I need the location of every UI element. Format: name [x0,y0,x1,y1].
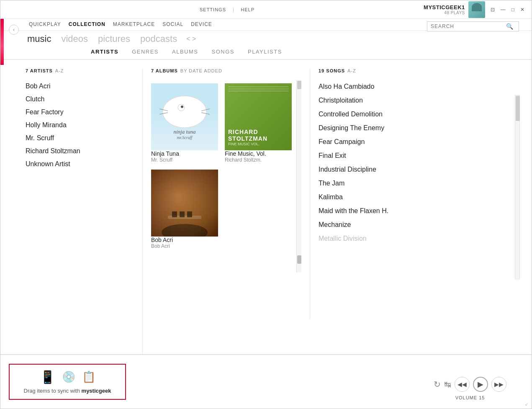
albums-scrollbar[interactable] [296,80,301,273]
player-buttons: ↻ ↹ ◀◀ ▶ ▶▶ [434,377,506,392]
artists-panel-header: 7 ARTISTS A-Z [26,68,134,73]
albums-scroll-thumb-top [297,81,301,89]
nav-quickplay[interactable]: QUICKPLAY [26,21,64,28]
artist-bob-acri[interactable]: Bob Acri [26,80,134,93]
shuffle-icon[interactable]: ↻ [434,379,441,389]
svg-rect-9 [172,211,177,217]
subtab-artists[interactable]: ARTISTS [84,47,125,57]
close-button[interactable]: ✕ [518,6,527,13]
maximize-button[interactable]: □ [509,6,517,13]
settings-link[interactable]: SETTINGS [200,7,226,12]
subtab-albums[interactable]: ALBUMS [165,47,205,57]
nav-collection[interactable]: COLLECTION [65,21,109,28]
volume-label: VOLUME 15 [455,395,485,400]
artists-sort: A-Z [55,68,64,73]
artist-clutch[interactable]: Clutch [26,93,134,106]
artist-fear-factory[interactable]: Fear Factory [26,106,134,119]
song-mechanize[interactable]: Mechanize [319,218,523,232]
artist-list: Bob Acri Clutch Fear Factory Holly Miran… [26,80,134,171]
album-ninja-tuna[interactable]: ninja tuna mr.Scruff Ninja Tuna Mr. Scru… [151,83,218,163]
brand-accent-bar [0,19,4,65]
artists-panel: 7 ARTISTS A-Z Bob Acri Clutch Fear Facto… [0,68,143,354]
minimize-button[interactable]: — [499,6,508,13]
album-fine-music[interactable]: RICHARDSTOLTZMAN FINE MUSIC VOL. Fine Mu… [225,83,292,163]
album-cover-bob-acri [151,170,218,237]
songs-panel-header: 19 SONGS A-Z [319,68,523,73]
tab-music[interactable]: music [26,33,53,44]
artist-mr-scruff[interactable]: Mr. Scruff [26,132,134,145]
play-button[interactable]: ▶ [473,377,488,392]
song-christploitation[interactable]: Christploitation [319,94,523,108]
list-icon: 📋 [82,370,95,383]
back-button[interactable]: ‹ [9,25,19,35]
sync-text: Drag items to sync with [24,388,82,394]
albums-scroll-thumb-bottom [297,255,301,264]
back-icon: ‹ [13,27,15,33]
song-designing-enemy[interactable]: Designing The Enemy [319,121,523,135]
artist-holly-miranda[interactable]: Holly Miranda [26,119,134,132]
song-metallic-division[interactable]: Metallic Division [319,232,523,246]
tab-pictures[interactable]: pictures [96,33,132,44]
title-bar-right: MYSTICGEEK1 48 PLAYS ⊡ — □ ✕ [424,1,527,18]
sync-zone: 📱 💿 📋 Drag items to sync with mysticgeek [9,364,126,400]
subtab-playlists[interactable]: PLAYLISTS [241,47,289,57]
repeat-icon[interactable]: ↹ [444,379,451,389]
song-industrial-discipline[interactable]: Industrial Discipline [319,163,523,177]
bottom-bar: 📱 💿 📋 Drag items to sync with mysticgeek… [0,354,532,409]
nav-marketplace[interactable]: MARKETPLACE [110,21,158,28]
user-name: MYSTICGEEK1 [424,4,465,10]
next-icon: ▶▶ [494,381,504,388]
song-final-exit[interactable]: Final Exit [319,149,523,163]
artist-richard-stoltzman[interactable]: Richard Stoltzman [26,145,134,158]
resize-handle[interactable]: ↙ [525,402,530,407]
main-window: SETTINGS | HELP MYSTICGEEK1 48 PLAYS ⊡ —… [0,0,532,409]
nav-social[interactable]: SOCIAL [159,21,187,28]
tab-videos[interactable]: videos [59,33,90,44]
search-input[interactable] [431,23,506,29]
mr-scruff-logo-text: mr.Scruff [177,135,192,140]
prev-button[interactable]: ◀◀ [455,377,470,392]
songs-sort: A-Z [347,68,356,73]
ninja-fish-svg [159,94,210,128]
album-title-fine: Fine Music, Vol. [225,150,292,157]
content-area: 7 ARTISTS A-Z Bob Acri Clutch Fear Facto… [0,60,532,354]
song-fear-campaign[interactable]: Fear Campaign [319,135,523,149]
songs-panel: 19 SONGS A-Z Also Ha Cambiado Christploi… [310,68,532,354]
fine-music-sub-art: FINE MUSIC VOL. [228,142,267,146]
album-artist-ninja: Mr. Scruff [151,157,218,163]
search-area: 🔍 [427,21,519,31]
album-bob-acri[interactable]: Bob Acri Bob Acri [151,170,218,249]
album-title-bob: Bob Acri [151,237,218,243]
ninja-art: ninja tuna mr.Scruff [151,83,218,150]
albums-panel-header: 7 ALBUMS BY DATE ADDED [151,68,301,73]
song-kalimba[interactable]: Kalimba [319,190,523,204]
song-maid-flaxen[interactable]: Maid with the Flaxen H. [319,204,523,218]
nav-device[interactable]: DEVICE [188,21,216,28]
svg-point-0 [163,96,206,128]
song-also-ha[interactable]: Also Ha Cambiado [319,80,523,94]
tab-podcasts[interactable]: podcasts [139,33,179,44]
phone-icon: 📱 [40,370,55,384]
restore-button[interactable]: ⊡ [488,6,497,13]
svg-point-2 [181,105,183,108]
artists-count: 7 ARTISTS [26,68,53,73]
help-link[interactable]: HELP [241,7,254,12]
song-the-jam[interactable]: The Jam [319,177,523,190]
title-bar: SETTINGS | HELP MYSTICGEEK1 48 PLAYS ⊡ —… [0,0,532,19]
user-avatar[interactable] [468,1,485,18]
album-artist-bob: Bob Acri [151,243,218,249]
next-button[interactable]: ▶▶ [491,377,506,392]
tabs-more-icon[interactable]: < > [185,35,197,43]
search-box: 🔍 [427,21,519,31]
subtab-genres[interactable]: GENRES [125,47,165,57]
subtab-songs[interactable]: SONGS [205,47,241,57]
songs-scrollbar[interactable] [515,95,520,279]
albums-grid: ninja tuna mr.Scruff Ninja Tuna Mr. Scru… [151,83,301,249]
song-controlled-demolition[interactable]: Controlled Demolition [319,108,523,121]
svg-rect-11 [187,211,192,217]
sync-icons: 📱 💿 📋 [40,370,95,384]
album-title-ninja: Ninja Tuna [151,150,218,157]
artist-unknown[interactable]: Unknown Artist [26,158,134,171]
window-controls: ⊡ — □ ✕ [488,6,527,13]
svg-point-7 [162,224,208,237]
